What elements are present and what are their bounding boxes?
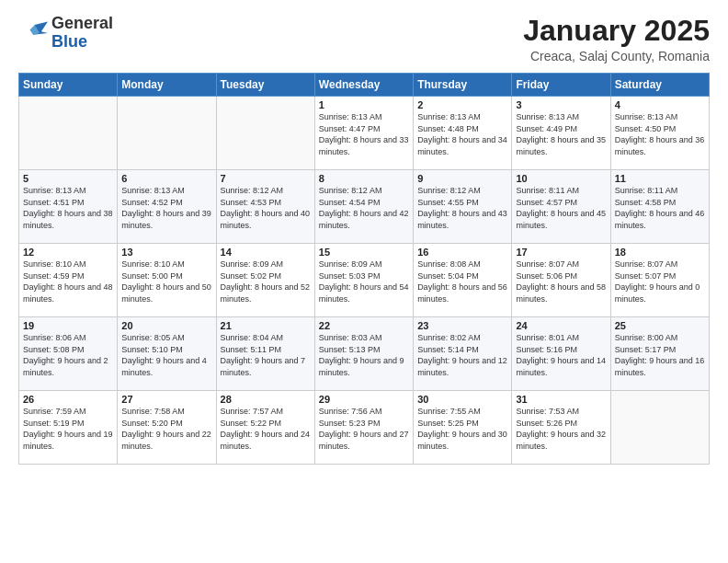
header: General Blue January 2025 Creaca, Salaj …: [18, 15, 710, 63]
calendar-cell: [610, 391, 709, 465]
day-info: Sunrise: 8:07 AMSunset: 5:07 PMDaylight:…: [615, 259, 705, 304]
day-info: Sunrise: 8:08 AMSunset: 5:04 PMDaylight:…: [417, 259, 507, 304]
day-number: 31: [516, 394, 606, 405]
day-number: 23: [417, 320, 507, 331]
day-number: 7: [221, 173, 311, 184]
day-info: Sunrise: 8:12 AMSunset: 4:55 PMDaylight:…: [417, 185, 507, 231]
day-number: 13: [121, 247, 211, 258]
day-number: 28: [221, 394, 311, 405]
day-info: Sunrise: 8:04 AMSunset: 5:11 PMDaylight:…: [221, 332, 311, 378]
day-number: 3: [516, 99, 606, 110]
logo-icon: [18, 18, 48, 48]
day-number: 14: [221, 247, 311, 258]
weekday-header-monday: Monday: [118, 74, 216, 97]
weekday-header-wednesday: Wednesday: [314, 74, 413, 97]
week-row-5: 26Sunrise: 7:59 AMSunset: 5:19 PMDayligh…: [19, 391, 710, 465]
calendar-title: January 2025: [523, 15, 710, 47]
weekday-header-thursday: Thursday: [414, 74, 512, 97]
calendar-cell: 19Sunrise: 8:06 AMSunset: 5:08 PMDayligh…: [19, 317, 118, 391]
calendar-cell: 24Sunrise: 8:01 AMSunset: 5:16 PMDayligh…: [512, 317, 610, 391]
calendar-cell: 1Sunrise: 8:13 AMSunset: 4:47 PMDaylight…: [314, 97, 413, 170]
day-number: 19: [23, 320, 113, 331]
calendar-cell: 4Sunrise: 8:13 AMSunset: 4:50 PMDaylight…: [610, 97, 709, 170]
calendar-cell: 12Sunrise: 8:10 AMSunset: 4:59 PMDayligh…: [19, 244, 118, 317]
logo-text: General Blue: [51, 15, 113, 52]
calendar-cell: 30Sunrise: 7:55 AMSunset: 5:25 PMDayligh…: [414, 391, 512, 465]
day-info: Sunrise: 7:57 AMSunset: 5:22 PMDaylight:…: [221, 406, 311, 452]
calendar-cell: 8Sunrise: 8:12 AMSunset: 4:54 PMDaylight…: [314, 170, 413, 244]
day-info: Sunrise: 7:58 AMSunset: 5:20 PMDaylight:…: [121, 406, 211, 452]
calendar-cell: 9Sunrise: 8:12 AMSunset: 4:55 PMDaylight…: [414, 170, 512, 244]
calendar-cell: 16Sunrise: 8:08 AMSunset: 5:04 PMDayligh…: [414, 244, 512, 317]
day-number: 16: [417, 247, 507, 258]
page: General Blue January 2025 Creaca, Salaj …: [0, 0, 728, 563]
week-row-4: 19Sunrise: 8:06 AMSunset: 5:08 PMDayligh…: [19, 317, 710, 391]
day-number: 4: [615, 99, 705, 110]
weekday-header-row: SundayMondayTuesdayWednesdayThursdayFrid…: [19, 74, 710, 97]
day-number: 17: [516, 247, 606, 258]
calendar-cell: 28Sunrise: 7:57 AMSunset: 5:22 PMDayligh…: [216, 391, 314, 465]
day-info: Sunrise: 7:59 AMSunset: 5:19 PMDaylight:…: [23, 406, 113, 452]
day-number: 24: [516, 320, 606, 331]
day-number: 6: [121, 173, 211, 184]
day-number: 18: [615, 247, 705, 258]
calendar-cell: 6Sunrise: 8:13 AMSunset: 4:52 PMDaylight…: [118, 170, 216, 244]
calendar-cell: 22Sunrise: 8:03 AMSunset: 5:13 PMDayligh…: [314, 317, 413, 391]
day-info: Sunrise: 8:09 AMSunset: 5:03 PMDaylight:…: [319, 259, 409, 304]
calendar-cell: 31Sunrise: 7:53 AMSunset: 5:26 PMDayligh…: [512, 391, 610, 465]
day-info: Sunrise: 8:02 AMSunset: 5:14 PMDaylight:…: [417, 332, 507, 378]
day-info: Sunrise: 8:05 AMSunset: 5:10 PMDaylight:…: [121, 332, 211, 378]
day-number: 25: [615, 320, 705, 331]
day-info: Sunrise: 8:12 AMSunset: 4:54 PMDaylight:…: [319, 185, 409, 231]
day-info: Sunrise: 8:13 AMSunset: 4:52 PMDaylight:…: [121, 185, 211, 231]
calendar-cell: [118, 97, 216, 170]
day-number: 30: [417, 394, 507, 405]
day-info: Sunrise: 8:11 AMSunset: 4:57 PMDaylight:…: [516, 185, 606, 231]
day-info: Sunrise: 8:13 AMSunset: 4:49 PMDaylight:…: [516, 111, 606, 157]
day-info: Sunrise: 8:07 AMSunset: 5:06 PMDaylight:…: [516, 259, 606, 304]
day-info: Sunrise: 7:53 AMSunset: 5:26 PMDaylight:…: [516, 406, 606, 452]
day-number: 11: [615, 173, 705, 184]
day-number: 12: [23, 247, 113, 258]
day-info: Sunrise: 8:03 AMSunset: 5:13 PMDaylight:…: [319, 332, 409, 378]
calendar-cell: 25Sunrise: 8:00 AMSunset: 5:17 PMDayligh…: [610, 317, 709, 391]
weekday-header-tuesday: Tuesday: [216, 74, 314, 97]
day-info: Sunrise: 8:06 AMSunset: 5:08 PMDaylight:…: [23, 332, 113, 378]
day-info: Sunrise: 8:00 AMSunset: 5:17 PMDaylight:…: [615, 332, 705, 378]
calendar-cell: 26Sunrise: 7:59 AMSunset: 5:19 PMDayligh…: [19, 391, 118, 465]
week-row-1: 1Sunrise: 8:13 AMSunset: 4:47 PMDaylight…: [19, 97, 710, 170]
day-number: 5: [23, 173, 113, 184]
day-info: Sunrise: 8:11 AMSunset: 4:58 PMDaylight:…: [615, 185, 705, 231]
calendar-cell: 14Sunrise: 8:09 AMSunset: 5:02 PMDayligh…: [216, 244, 314, 317]
calendar-cell: 23Sunrise: 8:02 AMSunset: 5:14 PMDayligh…: [414, 317, 512, 391]
calendar-cell: 21Sunrise: 8:04 AMSunset: 5:11 PMDayligh…: [216, 317, 314, 391]
day-number: 2: [417, 99, 507, 110]
day-info: Sunrise: 8:09 AMSunset: 5:02 PMDaylight:…: [221, 259, 311, 304]
day-info: Sunrise: 8:13 AMSunset: 4:48 PMDaylight:…: [417, 111, 507, 157]
week-row-2: 5Sunrise: 8:13 AMSunset: 4:51 PMDaylight…: [19, 170, 710, 244]
weekday-header-friday: Friday: [512, 74, 610, 97]
day-number: 1: [319, 99, 409, 110]
calendar-cell: 29Sunrise: 7:56 AMSunset: 5:23 PMDayligh…: [314, 391, 413, 465]
calendar-cell: 17Sunrise: 8:07 AMSunset: 5:06 PMDayligh…: [512, 244, 610, 317]
title-block: January 2025 Creaca, Salaj County, Roman…: [523, 15, 710, 63]
day-number: 8: [319, 173, 409, 184]
day-info: Sunrise: 8:13 AMSunset: 4:47 PMDaylight:…: [319, 111, 409, 157]
calendar-table: SundayMondayTuesdayWednesdayThursdayFrid…: [18, 73, 710, 465]
calendar-cell: 3Sunrise: 8:13 AMSunset: 4:49 PMDaylight…: [512, 97, 610, 170]
calendar-cell: 2Sunrise: 8:13 AMSunset: 4:48 PMDaylight…: [414, 97, 512, 170]
calendar-cell: [216, 97, 314, 170]
day-number: 29: [319, 394, 409, 405]
logo: General Blue: [18, 15, 113, 52]
day-number: 22: [319, 320, 409, 331]
day-number: 20: [121, 320, 211, 331]
calendar-cell: 5Sunrise: 8:13 AMSunset: 4:51 PMDaylight…: [19, 170, 118, 244]
calendar-cell: 18Sunrise: 8:07 AMSunset: 5:07 PMDayligh…: [610, 244, 709, 317]
day-info: Sunrise: 8:10 AMSunset: 4:59 PMDaylight:…: [23, 259, 113, 304]
day-info: Sunrise: 8:10 AMSunset: 5:00 PMDaylight:…: [121, 259, 211, 304]
calendar-cell: 20Sunrise: 8:05 AMSunset: 5:10 PMDayligh…: [118, 317, 216, 391]
day-number: 26: [23, 394, 113, 405]
day-info: Sunrise: 8:13 AMSunset: 4:51 PMDaylight:…: [23, 185, 113, 231]
day-info: Sunrise: 7:55 AMSunset: 5:25 PMDaylight:…: [417, 406, 507, 452]
day-number: 21: [221, 320, 311, 331]
